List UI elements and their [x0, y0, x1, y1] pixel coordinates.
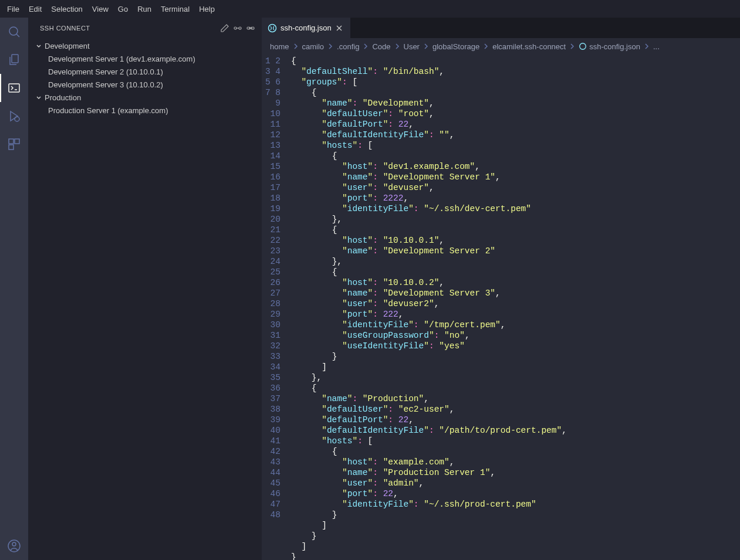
svg-line-1	[16, 34, 19, 37]
breadcrumb-segment[interactable]: camilo	[302, 42, 325, 51]
code-content[interactable]: { "defaultShell": "/bin/bash", "groups":…	[291, 55, 740, 560]
svg-rect-3	[9, 84, 19, 92]
accounts-icon[interactable]	[0, 532, 28, 560]
breadcrumb-segment[interactable]: User	[404, 42, 420, 51]
menu-run[interactable]: Run	[133, 0, 156, 18]
editor-area: ssh-config.json homecamilo.configCodeUse…	[262, 18, 740, 560]
tree-group-production[interactable]: Production	[28, 91, 262, 104]
breadcrumb-segment[interactable]: Code	[372, 42, 390, 51]
menu-view[interactable]: View	[87, 0, 113, 18]
breadcrumb-segment[interactable]: home	[270, 42, 289, 51]
menubar: FileEditSelectionViewGoRunTerminalHelp	[0, 0, 740, 18]
close-icon[interactable]	[335, 24, 344, 32]
sidebar-header: SSH CONNECT	[28, 18, 262, 38]
files-icon[interactable]	[0, 46, 28, 74]
line-gutter: 1 2 3 4 5 6 7 8 9 10 11 12 13 14 15 16 1…	[262, 55, 291, 560]
run-debug-icon[interactable]	[0, 102, 28, 130]
tree-item[interactable]: Development Server 3 (10.10.0.2)	[28, 78, 262, 91]
breadcrumb-segment[interactable]: .config	[337, 42, 359, 51]
chevron-right-icon	[643, 42, 651, 50]
sidebar-title: SSH CONNECT	[40, 25, 218, 32]
chevron-down-icon	[34, 41, 43, 50]
chevron-right-icon	[393, 42, 401, 50]
svg-point-4	[15, 117, 19, 121]
tree-group-label: Production	[45, 93, 81, 102]
menu-edit[interactable]: Edit	[24, 0, 46, 18]
menu-go[interactable]: Go	[113, 0, 133, 18]
activity-bar	[0, 18, 28, 560]
edit-icon[interactable]	[218, 22, 231, 35]
breadcrumbs: homecamilo.configCodeUserglobalStorageel…	[262, 38, 740, 55]
sidebar: SSH CONNECT DevelopmentDevelopment Serve…	[28, 18, 262, 560]
svg-point-11	[239, 27, 241, 29]
json-file-icon	[268, 23, 277, 33]
chevron-right-icon	[326, 42, 334, 50]
breadcrumb-segment[interactable]: ssh-config.json	[579, 42, 640, 51]
tab-bar: ssh-config.json	[262, 18, 740, 38]
svg-point-9	[12, 542, 16, 546]
chevron-right-icon	[482, 42, 490, 50]
chevron-down-icon	[34, 93, 43, 102]
chevron-right-icon	[422, 42, 430, 50]
svg-rect-6	[15, 139, 19, 144]
code-editor[interactable]: 1 2 3 4 5 6 7 8 9 10 11 12 13 14 15 16 1…	[262, 55, 740, 560]
tab-ssh-config[interactable]: ssh-config.json	[262, 18, 351, 38]
chevron-right-icon	[361, 42, 370, 50]
menu-terminal[interactable]: Terminal	[156, 0, 194, 18]
chevron-right-icon	[568, 42, 576, 50]
ssh-tree: DevelopmentDevelopment Server 1 (dev1.ex…	[28, 38, 262, 117]
extensions-icon[interactable]	[0, 130, 28, 158]
svg-rect-5	[9, 139, 13, 144]
ssh-connect-icon[interactable]	[0, 74, 28, 102]
breadcrumb-segment[interactable]: ...	[653, 42, 660, 51]
tree-group-development[interactable]: Development	[28, 39, 262, 52]
svg-rect-2	[12, 55, 18, 63]
chevron-right-icon	[292, 42, 300, 50]
menu-selection[interactable]: Selection	[46, 0, 87, 18]
tree-item[interactable]: Development Server 1 (dev1.example.com)	[28, 52, 262, 65]
connect-icon[interactable]	[231, 22, 244, 35]
svg-point-0	[9, 27, 18, 35]
tab-label: ssh-config.json	[281, 23, 332, 32]
tree-item[interactable]: Production Server 1 (example.com)	[28, 104, 262, 117]
svg-point-14	[252, 27, 254, 29]
main: SSH CONNECT DevelopmentDevelopment Serve…	[0, 18, 740, 560]
disconnect-icon[interactable]	[244, 22, 257, 35]
tree-item[interactable]: Development Server 2 (10.10.0.1)	[28, 65, 262, 78]
menu-file[interactable]: File	[2, 0, 24, 18]
svg-rect-7	[9, 145, 13, 150]
breadcrumb-segment[interactable]: elcamilet.ssh-connect	[492, 42, 566, 51]
svg-point-20	[580, 43, 586, 49]
menu-help[interactable]: Help	[194, 0, 219, 18]
tree-group-label: Development	[45, 42, 90, 50]
svg-point-13	[247, 27, 249, 29]
svg-point-10	[234, 27, 236, 29]
svg-point-17	[269, 24, 276, 32]
breadcrumb-segment[interactable]: globalStorage	[432, 42, 479, 51]
explorer-icon[interactable]	[0, 18, 28, 46]
